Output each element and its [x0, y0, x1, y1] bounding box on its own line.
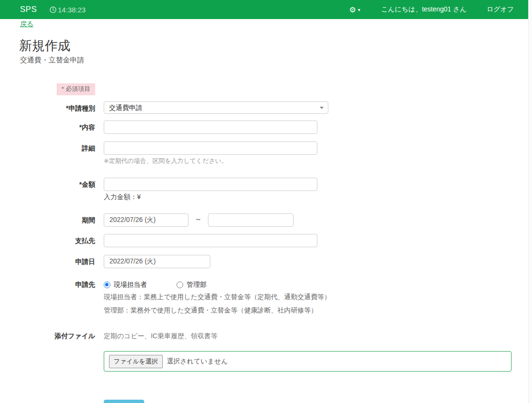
detail-label: 詳細 — [20, 141, 95, 153]
payee-label: 支払先 — [20, 234, 95, 245]
required-fields-badge: * 必須項目 — [57, 83, 95, 95]
application-type-select[interactable]: 交通費申請 — [104, 101, 328, 114]
app-header: SPS 14:38:23 ⚙ ▾ こんにちは、testeng01 さん ログオフ — [0, 0, 528, 19]
page-subtitle: 交通費・立替金申請 — [20, 56, 84, 65]
logoff-link[interactable]: ログオフ — [487, 5, 514, 14]
period-separator: ～ — [195, 213, 202, 224]
apply-to-note-admin: 管理部：業務外で使用した交通費・立替金等（健康診断、社内研修等） — [104, 306, 331, 315]
current-time: 14:38:23 — [58, 6, 86, 14]
file-status-text: 選択されていません — [167, 357, 228, 366]
application-date-input[interactable] — [104, 255, 210, 268]
radio-button-icon — [104, 282, 110, 288]
back-link[interactable]: 戻る — [20, 20, 33, 29]
apply-to-label: 申請先 — [20, 279, 95, 289]
file-upload-area[interactable]: ファイルを選択 選択されていません — [104, 351, 512, 372]
detail-input[interactable] — [104, 141, 317, 155]
settings-menu-button[interactable]: ⚙ ▾ — [349, 5, 360, 14]
period-from-input[interactable] — [104, 213, 188, 227]
expense-application-form: * 必須項目 *申請種別 交通費申請 *内容 詳細 ※定期代の場合、区間を入力し… — [20, 81, 515, 403]
choose-file-button[interactable]: ファイルを選択 — [109, 355, 163, 368]
radio-admin-dept[interactable]: 管理部 — [177, 281, 207, 289]
radio-admin-dept-label: 管理部 — [187, 281, 207, 289]
attachment-hint: 定期のコピー、IC乗車履歴、領収書等 — [104, 329, 512, 341]
application-type-label: *申請種別 — [20, 101, 95, 113]
gear-icon: ⚙ — [349, 5, 356, 14]
clock-display: 14:38:23 — [49, 6, 86, 14]
content-label: *内容 — [20, 121, 95, 132]
vertical-scrollbar[interactable] — [528, 0, 532, 403]
caret-down-icon: ▾ — [358, 7, 360, 12]
brand-logo: SPS — [20, 5, 37, 14]
period-label: 期間 — [20, 213, 95, 225]
payee-input[interactable] — [104, 234, 317, 247]
content-input[interactable] — [104, 121, 317, 134]
register-button[interactable]: 登録する — [104, 400, 144, 403]
apply-to-note-site: 現場担当者：業務上で使用した交通費・立替金等（定期代、通勤交通費等） — [104, 293, 331, 302]
period-to-input[interactable] — [208, 213, 294, 227]
amount-label: *金額 — [20, 178, 95, 189]
radio-button-icon — [177, 282, 183, 288]
clock-icon — [49, 6, 58, 13]
attachment-label: 添付ファイル — [20, 329, 95, 341]
radio-site-manager[interactable]: 現場担当者 — [104, 281, 147, 289]
amount-entered-note: 入力金額：¥ — [104, 193, 317, 202]
page-title: 新規作成 — [19, 37, 70, 54]
detail-help-text: ※定期代の場合、区間を入力してください。 — [104, 157, 317, 165]
user-greeting: こんにちは、testeng01 さん — [381, 5, 467, 14]
radio-site-manager-label: 現場担当者 — [114, 281, 147, 289]
application-date-label: 申請日 — [20, 255, 95, 266]
amount-input[interactable] — [104, 178, 317, 191]
